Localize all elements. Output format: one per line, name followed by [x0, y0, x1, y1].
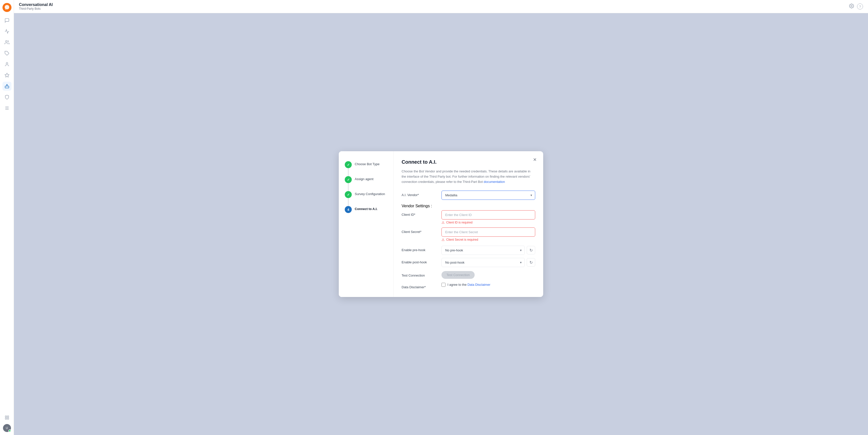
step-connector-2 — [348, 183, 348, 191]
test-connection-field: Test Connection — [441, 271, 535, 279]
svg-marker-4 — [5, 73, 9, 77]
client-secret-error: ⚠ Client Secret is required — [441, 238, 535, 242]
post-hook-field: No post-hook ▾ ↻ — [441, 258, 535, 267]
svg-rect-14 — [7, 416, 8, 417]
post-hook-label: Enable post-hook — [402, 258, 441, 264]
main-area: Conversational AI Third-Party Bots ? ✓ C… — [14, 0, 868, 435]
sidebar-item-integrations[interactable] — [2, 93, 11, 102]
step-1-label: Choose Bot Type — [355, 161, 380, 166]
step-1: ✓ Choose Bot Type — [345, 161, 388, 168]
pre-hook-select[interactable]: No pre-hook — [441, 246, 525, 255]
app-logo[interactable] — [2, 3, 11, 12]
data-disclaimer-checkbox[interactable] — [441, 283, 445, 287]
pre-hook-select-wrap: No pre-hook ▾ — [441, 246, 525, 255]
vendor-settings-label: Vendor Settings : — [402, 204, 535, 208]
step-3: ✓ Survey Configuration — [345, 191, 388, 198]
client-secret-error-text: Client Secret is required — [446, 238, 478, 241]
dialog-container: ✓ Choose Bot Type ✓ Assign agent ✓ Surve… — [339, 151, 543, 297]
step-4: 4 Connect to A.I. — [345, 206, 388, 213]
step-3-label: Survey Configuration — [355, 191, 385, 196]
online-indicator — [8, 430, 11, 432]
vendor-label: A.I. Vendor* — [402, 191, 441, 197]
client-secret-field: ⚠ Client Secret is required — [441, 228, 535, 242]
data-disclaimer-link[interactable]: Data Disclaimer — [467, 283, 490, 287]
post-hook-row: No post-hook ▾ ↻ — [441, 258, 535, 267]
post-hook-refresh-button[interactable]: ↻ — [527, 258, 535, 267]
client-id-field: ⚠ Client ID is required — [441, 210, 535, 225]
data-disclaimer-section: Data Disclaimer* I agree to the Data Dis… — [402, 283, 535, 289]
steps-panel: ✓ Choose Bot Type ✓ Assign agent ✓ Surve… — [339, 151, 394, 297]
pre-hook-refresh-button[interactable]: ↻ — [527, 246, 535, 255]
pre-hook-label: Enable pre-hook — [402, 246, 441, 252]
header-actions: ? — [849, 3, 863, 10]
dialog-description: Choose the Bot Vendor and provide the ne… — [402, 169, 535, 185]
vendor-select[interactable]: Medallia Other — [441, 191, 535, 200]
test-connection-section: Test Connection Test Connection — [402, 271, 535, 279]
svg-point-17 — [851, 5, 852, 6]
post-hook-select-wrap: No post-hook ▾ — [441, 258, 525, 267]
svg-rect-16 — [7, 418, 8, 419]
data-disclaimer-field: I agree to the Data Disclaimer — [441, 283, 535, 287]
form-grid: A.I. Vendor* Medallia Other ▾ — [402, 191, 535, 200]
dialog-content: ✕ Connect to A.I. Choose the Bot Vendor … — [394, 151, 543, 297]
sidebar-item-grid[interactable] — [2, 413, 11, 422]
dialog-desc-text: Choose the Bot Vendor and provide the ne… — [402, 169, 530, 183]
client-secret-label: Client Secret* — [402, 228, 441, 234]
client-id-input[interactable] — [441, 210, 535, 220]
step-2-label: Assign agent — [355, 176, 373, 181]
app-subtitle: Third-Party Bots — [19, 7, 53, 10]
sidebar-item-bots[interactable] — [2, 82, 11, 91]
client-secret-error-icon: ⚠ — [441, 238, 445, 242]
step-3-circle: ✓ — [345, 191, 352, 198]
step-2: ✓ Assign agent — [345, 176, 388, 183]
svg-rect-15 — [5, 418, 6, 419]
dialog-title: Connect to A.I. — [402, 159, 535, 165]
sidebar-item-contacts[interactable] — [2, 38, 11, 47]
client-id-error-icon: ⚠ — [441, 221, 445, 225]
test-connection-label: Test Connection — [402, 271, 441, 277]
sidebar-item-labels[interactable] — [2, 49, 11, 58]
sidebar-item-chat[interactable] — [2, 16, 11, 25]
documentation-link[interactable]: documentation — [484, 180, 505, 183]
header-text: Conversational AI Third-Party Bots — [19, 2, 53, 10]
data-disclaimer-text: I agree to the Data Disclaimer — [447, 283, 490, 287]
settings-icon[interactable] — [849, 3, 854, 10]
sidebar-item-accounts[interactable] — [2, 60, 11, 69]
sidebar-item-billing[interactable] — [2, 71, 11, 80]
pre-hook-section: Enable pre-hook No pre-hook ▾ ↻ — [402, 246, 535, 255]
svg-rect-5 — [5, 86, 9, 88]
svg-rect-13 — [5, 416, 6, 417]
app-title: Conversational AI — [19, 2, 53, 7]
vendor-field: Medallia Other ▾ — [441, 191, 535, 200]
step-4-label: Connect to A.I. — [355, 206, 377, 211]
client-secret-section: Client Secret* ⚠ Client Secret is requir… — [402, 228, 535, 242]
data-disclaimer-label: Data Disclaimer* — [402, 283, 441, 289]
post-hook-section: Enable post-hook No post-hook ▾ ↻ — [402, 258, 535, 267]
client-secret-input[interactable] — [441, 228, 535, 237]
content-area: ✓ Choose Bot Type ✓ Assign agent ✓ Surve… — [14, 13, 868, 435]
header: Conversational AI Third-Party Bots ? — [14, 0, 868, 13]
vendor-select-wrap: Medallia Other ▾ — [441, 191, 535, 200]
step-connector-1 — [348, 168, 348, 176]
sidebar-item-settings[interactable] — [2, 104, 11, 112]
sidebar: U — [0, 0, 14, 435]
help-icon[interactable]: ? — [857, 3, 863, 9]
step-connector-3 — [348, 198, 348, 206]
client-id-label: Client ID* — [402, 210, 441, 216]
svg-point-3 — [6, 63, 8, 64]
step-4-circle: 4 — [345, 206, 352, 213]
sidebar-item-reports[interactable] — [2, 27, 11, 36]
step-1-circle: ✓ — [345, 161, 352, 168]
close-button[interactable]: ✕ — [531, 156, 538, 163]
svg-point-1 — [5, 41, 7, 42]
svg-point-6 — [6, 85, 7, 85]
avatar[interactable]: U — [3, 424, 11, 432]
client-id-section: Client ID* ⚠ Client ID is required — [402, 210, 535, 225]
pre-hook-field: No pre-hook ▾ ↻ — [441, 246, 535, 255]
checkbox-row: I agree to the Data Disclaimer — [441, 283, 535, 287]
test-connection-button[interactable]: Test Connection — [441, 271, 475, 279]
sidebar-bottom: U — [2, 413, 11, 432]
client-id-error-text: Client ID is required — [446, 221, 472, 224]
client-id-error: ⚠ Client ID is required — [441, 221, 535, 225]
post-hook-select[interactable]: No post-hook — [441, 258, 525, 267]
